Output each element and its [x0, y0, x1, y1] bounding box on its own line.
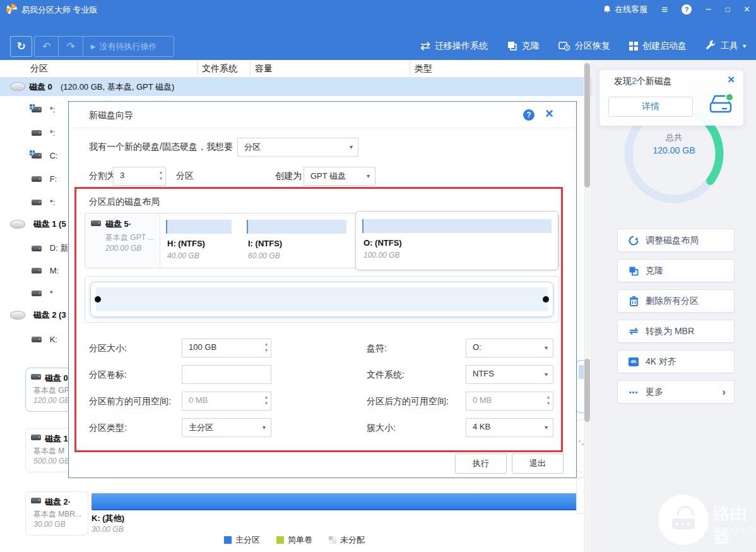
tree-item-partition[interactable]: C:	[32, 150, 58, 160]
drive-icon	[31, 498, 41, 503]
tree-item-partition[interactable]: D: 新	[32, 243, 68, 254]
column-filesystem[interactable]: 文件系统	[202, 63, 237, 75]
close-button[interactable]: ×	[744, 4, 750, 15]
migrate-os-button[interactable]: ⇄ 迁移操作系统	[420, 40, 488, 52]
partition-count-value: 3	[120, 171, 124, 180]
align-4k-button[interactable]: 4K 4K 对齐	[617, 350, 735, 373]
legend-unallocated: 未分配	[329, 534, 365, 546]
column-type[interactable]: 类型	[415, 63, 432, 75]
column-partition[interactable]: 分区	[30, 63, 48, 75]
redo-button[interactable]: ↷	[59, 37, 82, 56]
disk-type-select[interactable]: GPT 磁盘 ▾	[304, 167, 375, 186]
drive-icon	[32, 200, 42, 205]
bootdisk-icon	[629, 42, 638, 51]
stepper-arrows-icon[interactable]: ▴▾	[265, 341, 268, 354]
pending-operations-button[interactable]: ▶ 没有待执行操作	[83, 37, 174, 56]
partition-size: 40.00 GB	[167, 251, 199, 260]
partition-h-cell[interactable]: H: (NTFS) 40.00 GB	[160, 213, 240, 268]
space-before-stepper[interactable]: 0 MB ▴▾	[182, 392, 271, 411]
column-capacity[interactable]: 容量	[255, 63, 273, 75]
tree-item-partition[interactable]: M:	[32, 265, 59, 275]
execute-button[interactable]: 执行	[455, 453, 507, 474]
refresh-button[interactable]: ↻	[10, 36, 32, 57]
tree-item-partition[interactable]: *	[32, 288, 53, 298]
dialog-close-icon[interactable]: ×	[545, 105, 553, 122]
stepper-arrows-icon[interactable]: ▴▾	[265, 394, 268, 407]
partition-i-cell[interactable]: I: (NTFS) 60.00 GB	[240, 213, 355, 268]
stepper-arrows-icon[interactable]: ▴▾	[547, 394, 550, 407]
slider-right-handle[interactable]	[543, 296, 549, 303]
disk-card-type: 基本盘 M	[33, 446, 64, 457]
clone-disk-button[interactable]: 克隆	[617, 259, 735, 282]
adjust-layout-button[interactable]: 调整磁盘布局	[617, 229, 735, 252]
notice-title: 发现2个新磁盘	[614, 76, 672, 87]
preview-disk-info: 磁盘 5· 基本盘 GPT ... 200.00 GB	[85, 213, 160, 268]
primary-partition-swatch	[224, 536, 232, 544]
tree-item-partition[interactable]: *:	[32, 128, 55, 138]
partition-o-cell-selected[interactable]: O: (NTFS) 100.00 GB	[355, 211, 558, 270]
details-button[interactable]: 详情	[608, 97, 693, 117]
split-suffix-label: 分区	[176, 171, 194, 182]
space-after-stepper[interactable]: 0 MB ▴▾	[466, 392, 553, 411]
partition-recovery-icon	[558, 40, 570, 51]
partition-label: O: (NTFS)	[363, 238, 402, 248]
action-label: 更多	[646, 387, 663, 398]
menu-icon[interactable]: ≡	[661, 4, 668, 15]
tree-item-partition[interactable]: *:	[32, 104, 55, 114]
scrollbar-thumb[interactable]	[584, 63, 590, 188]
tree-item-partition[interactable]: F:	[32, 174, 57, 184]
partition-size-stepper[interactable]: 100 GB ▴▾	[182, 339, 271, 357]
filesystem-select[interactable]: NTFS ▾	[466, 365, 553, 384]
clone-button[interactable]: 克隆	[507, 40, 540, 52]
preview-disk-size: 200.00 GB	[105, 244, 141, 253]
disk2-card[interactable]: 磁盘 2· 基本盘 MBR... 30.00 GB	[25, 491, 88, 536]
partition-count-stepper[interactable]: 3 ▴▾	[113, 167, 166, 186]
action-select[interactable]: 分区 ▾	[237, 138, 358, 157]
notice-close-icon[interactable]: ×	[728, 73, 735, 87]
drive-letter-select[interactable]: O: ▾	[466, 339, 553, 357]
tree-item-partition[interactable]: *:	[32, 197, 55, 207]
scrollbar-thumb[interactable]	[584, 359, 590, 422]
migrate-os-icon: ⇄	[420, 40, 430, 52]
chevron-down-icon: ▾	[263, 424, 266, 431]
help-icon[interactable]: ?	[682, 4, 692, 15]
execute-label: 执行	[473, 458, 489, 469]
cluster-size-select[interactable]: 4 KB ▾	[466, 418, 553, 437]
partition-recovery-button[interactable]: 分区恢复	[558, 40, 610, 52]
tree-item-disk1[interactable]: 磁盘 1 (5	[10, 219, 66, 230]
maximize-button[interactable]: □	[725, 6, 729, 13]
dialog-help-icon[interactable]: ?	[523, 109, 535, 121]
legend-simple: 简单卷	[276, 534, 312, 546]
stepper-arrows-icon[interactable]: ▴▾	[160, 169, 162, 182]
convert-to-mbr-button[interactable]: ⇌ 转换为 MBR	[617, 320, 735, 343]
size-slider[interactable]	[90, 282, 553, 317]
more-button[interactable]: ••• 更多 ›	[617, 380, 735, 404]
create-bootdisk-button[interactable]: 创建启动盘	[629, 40, 687, 52]
drive-icon	[31, 435, 41, 440]
disk-card-type: 基本盘 GP	[33, 385, 69, 396]
clone-disk-icon	[628, 266, 639, 276]
slider-left-handle[interactable]	[95, 296, 101, 303]
tools-button[interactable]: 工具 ▾	[706, 40, 746, 52]
tree-item-disk2[interactable]: 磁盘 2 (3	[10, 309, 66, 321]
filesystem-label: 文件系统:	[367, 369, 405, 381]
disk-card-size: 120.00 GB	[33, 396, 69, 405]
partition-type-select[interactable]: 主分区 ▾	[182, 418, 271, 437]
volume-label-input[interactable]	[182, 365, 271, 384]
partition-k-bar[interactable]	[92, 493, 579, 510]
undo-button[interactable]: ↶	[35, 37, 58, 56]
delete-all-partitions-button[interactable]: 删除所有分区	[617, 289, 735, 313]
exit-button[interactable]: 退出	[512, 453, 564, 474]
disk0-row[interactable]: 磁盘 0 (120.00 GB, 基本盘, GPT 磁盘)	[0, 77, 591, 96]
partition-bar	[166, 220, 232, 234]
action-label: 克隆	[646, 265, 663, 277]
legend-label: 未分配	[340, 534, 365, 546]
disk0-info: (120.00 GB, 基本盘, GPT 磁盘)	[61, 81, 174, 93]
drive-icon	[32, 291, 42, 296]
tree-item-partition[interactable]: K:	[32, 334, 57, 344]
preview-disk-name: 磁盘 5·	[105, 219, 131, 230]
drive-letter-value: O:	[473, 342, 481, 352]
minimize-button[interactable]: −	[706, 4, 711, 15]
online-service-button[interactable]: 在线客服	[603, 4, 647, 15]
split-label: 分割为	[89, 171, 115, 182]
